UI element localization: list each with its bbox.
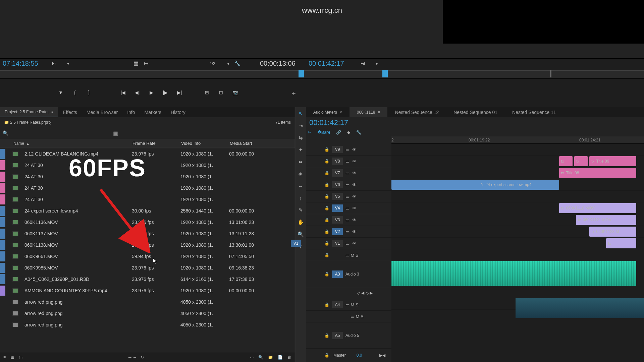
file-row[interactable]: 060K1136.MOV 23.976 fps 644 x 362 (1. … [0, 217, 295, 228]
tab-history[interactable]: History [166, 107, 190, 117]
label-chip[interactable] [0, 320, 5, 330]
master-track[interactable]: 🔒Master0.0▶◀ [306, 349, 391, 362]
resolution-dropdown[interactable]: 1/2 ▼ 🔧 [210, 60, 240, 66]
mark-in-icon[interactable]: ▼ [57, 89, 64, 96]
snap-icon[interactable]: �магн [317, 130, 330, 135]
settings-icon[interactable]: 🔧 [356, 130, 361, 135]
toggle-output-icon[interactable]: ▭ [345, 241, 350, 246]
file-row[interactable]: 060K9985.MOV 23.976 fps 644 x 362 (1. … [0, 262, 295, 274]
label-chip[interactable] [0, 149, 5, 159]
marker-add-icon[interactable]: ◆ [347, 130, 350, 135]
track-keyframe[interactable]: ◇ ◀ ◇ ▶ [306, 287, 391, 299]
col-video-info[interactable]: Video Info [181, 141, 230, 146]
tab-project[interactable]: Project: 2.5 Frame Rates≡ [0, 107, 58, 117]
col-name[interactable]: Name▲ [13, 141, 132, 146]
rolling-edit-icon[interactable]: ✦ [297, 146, 304, 154]
zoom-tool-icon[interactable]: 🔍 [297, 231, 304, 238]
new-item-icon[interactable]: 📄 [278, 355, 283, 360]
lock-icon[interactable]: 🔒 [324, 241, 329, 246]
track-a-ms2[interactable]: ▭ M S [306, 311, 391, 322]
close-icon[interactable]: × [340, 110, 342, 115]
slip-tool-icon[interactable]: ↔ [297, 182, 304, 190]
label-chip[interactable] [0, 251, 5, 261]
grid-icon[interactable]: ▦ [132, 60, 139, 66]
file-row[interactable]: 24 export screenflow.mp4 30.00 fps 2560 … [0, 205, 295, 217]
track-v3[interactable]: 🔒V3▭👁 [306, 214, 391, 226]
label-chip[interactable] [0, 274, 5, 284]
toggle-output-icon[interactable]: ▭ [345, 194, 350, 199]
freeform-view-icon[interactable]: ▢ [19, 355, 22, 360]
lock-icon[interactable]: 🔒 [324, 159, 329, 164]
tab-nested-11[interactable]: Nested Sequence 11 [505, 107, 564, 117]
eye-icon[interactable]: 👁 [352, 159, 357, 164]
go-out-icon[interactable]: ▶| [176, 89, 183, 96]
tab-sequence-active[interactable]: 060K1118 ≡ [350, 107, 388, 117]
label-chip[interactable] [0, 194, 5, 204]
bracket-in-icon[interactable]: { [71, 89, 78, 96]
audio-clip-a3[interactable] [391, 261, 636, 286]
timeline-ruler[interactable]: 2 00:01:19:22 00:01:24:21 [391, 136, 644, 144]
lock-icon[interactable]: 🔒 [324, 147, 329, 152]
slide-tool-icon[interactable]: ↕ [297, 194, 304, 202]
play-icon[interactable]: ▶ [148, 89, 155, 96]
file-row[interactable]: arrow red png.png 4050 x 2300 (1. [0, 296, 295, 308]
tab-effects[interactable]: Effects [58, 107, 82, 117]
tab-media-browser[interactable]: Media Browser [82, 107, 122, 117]
lock-icon[interactable]: 🔒 [324, 171, 329, 175]
file-row[interactable]: 2.12 GLIDECAM BALANCING.mp4 23.976 fps 1… [0, 148, 295, 160]
toggle-output-icon[interactable]: ▭ [345, 206, 350, 211]
file-row[interactable]: 060K1137.MOV 23.976 fps 644 x 362 (1. … [0, 228, 295, 239]
lock-icon[interactable]: 🔒 [324, 333, 329, 338]
auto-match-icon[interactable]: ▭ [250, 355, 254, 360]
col-frame-rate[interactable]: Frame Rate [132, 141, 181, 146]
program-fit-dropdown[interactable]: Fit▼ [361, 60, 378, 66]
eye-icon[interactable]: 👁 [352, 206, 357, 211]
lock-icon[interactable]: 🔒 [324, 353, 329, 358]
add-button-icon[interactable]: + [292, 90, 296, 98]
label-chip[interactable] [0, 183, 5, 193]
list-view-icon[interactable]: ≡ [3, 355, 6, 360]
label-chip[interactable] [0, 308, 5, 318]
monitor-ruler[interactable] [0, 70, 644, 79]
nest-icon[interactable]: ✂ [308, 130, 311, 135]
clip-1123[interactable]: fx060K1123.M [589, 227, 636, 237]
file-row[interactable]: AMMON AND COURNTEY 30FPS.mp4 23.976 fps … [0, 285, 295, 296]
clip-title[interactable]: fx [559, 156, 573, 166]
toggle-output-icon[interactable]: ▭ [345, 171, 350, 176]
playhead-program-in[interactable] [382, 70, 388, 77]
clip-small[interactable]: fx [606, 238, 636, 248]
file-row[interactable]: 24 AT 30 644 x 362 (1. [0, 171, 295, 182]
step-back-icon[interactable]: ◀| [133, 89, 141, 96]
clip-1121[interactable]: fx060K1121.MOV [576, 215, 636, 225]
track-select-icon[interactable]: ⇥ [297, 122, 304, 129]
lock-icon[interactable]: 🔒 [324, 218, 329, 222]
file-row[interactable]: 24 AT 30 644 x 362 (1. [0, 160, 295, 171]
clip-title09[interactable]: fxTitle 09 [589, 156, 636, 166]
track-v7[interactable]: 🔒V7▭👁 [306, 167, 391, 179]
toggle-output-icon[interactable]: ▭ [345, 147, 350, 152]
find-icon[interactable]: 🔍 [258, 355, 263, 360]
link-icon[interactable]: 🔗 [336, 130, 341, 135]
razor-tool-icon[interactable]: ◈ [297, 170, 304, 178]
lock-icon[interactable]: 🔒 [324, 206, 329, 210]
selection-tool-icon[interactable]: ↖ [297, 110, 304, 117]
track-v9[interactable]: 🔒V9▭👁 [306, 144, 391, 156]
eye-icon[interactable]: 👁 [352, 147, 357, 152]
track-a-ms[interactable]: 🔒▭ M S [306, 249, 391, 261]
lock-icon[interactable]: 🔒 [324, 253, 329, 257]
audio-clip-a4[interactable] [516, 298, 644, 318]
go-in-icon[interactable]: |◀ [119, 89, 127, 96]
eye-icon[interactable]: 👁 [352, 218, 357, 223]
clip-screenflow[interactable]: fx24 export screenflow.mp4 [391, 180, 559, 190]
tab-audio-meters[interactable]: Audio Meters× [306, 107, 350, 117]
file-row[interactable]: 24 AT 30 644 x 362 (1. [0, 182, 295, 194]
playhead-program-out[interactable] [550, 70, 551, 77]
step-fwd-icon[interactable]: |▶ [162, 89, 169, 96]
file-row[interactable]: arrow red png.png 4050 x 2300 (1. [0, 308, 295, 319]
toggle-output-icon[interactable]: ▭ [345, 182, 350, 187]
label-chip[interactable] [0, 160, 5, 170]
label-chip[interactable] [0, 206, 5, 216]
track-content[interactable]: fx fx fxTitle 09 fxTitle 08 fx24 export … [391, 144, 644, 362]
mute-icon[interactable]: ▭ M S [351, 314, 364, 319]
export-frame-icon[interactable]: 📷 [231, 89, 239, 96]
